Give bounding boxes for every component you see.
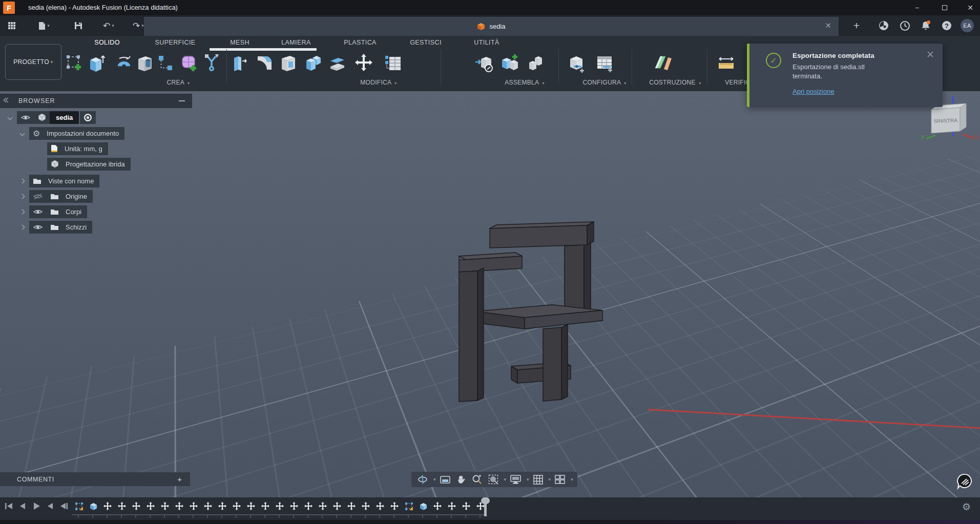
timeline-item-move[interactable]	[244, 500, 258, 512]
timeline-item-move[interactable]	[344, 500, 359, 512]
project-dropdown-button[interactable]: PROGETTO▾	[5, 44, 61, 80]
tree-label-viste[interactable]: Viste con nome	[45, 175, 99, 187]
timeline-item-sketch[interactable]	[402, 500, 416, 512]
pan-button[interactable]	[454, 475, 468, 485]
tree-row-viste[interactable]: Viste con nome	[20, 174, 99, 187]
visibility-toggle[interactable]	[17, 111, 34, 124]
insert-derive-button[interactable]	[474, 52, 494, 74]
group-label-costruzione[interactable]: COSTRUZIONE ▾	[649, 79, 701, 86]
move-copy-button[interactable]	[353, 52, 374, 74]
toast-close-icon[interactable]: ✕	[926, 49, 934, 60]
orbit-caret-icon[interactable]: ▾	[433, 477, 436, 482]
chevron-right-icon[interactable]	[20, 194, 25, 199]
open-location-link[interactable]: Apri posizione	[793, 88, 835, 95]
timeline-item-move[interactable]	[129, 500, 143, 512]
chevron-right-icon[interactable]	[20, 178, 25, 183]
minimize-button[interactable]: −	[906, 0, 928, 15]
timeline-item-move[interactable]	[158, 500, 172, 512]
measure-button[interactable]	[716, 52, 737, 74]
close-button[interactable]: ✕	[959, 0, 980, 15]
timeline-item-move[interactable]	[301, 500, 316, 512]
viewports-button[interactable]	[553, 475, 567, 484]
configuration-table-button[interactable]	[594, 52, 615, 74]
offset-button[interactable]	[327, 52, 348, 74]
tab-close-icon[interactable]: ✕	[825, 21, 831, 30]
timeline-item-move[interactable]	[459, 500, 473, 512]
create-sketch-button[interactable]	[64, 52, 84, 74]
notifications-button[interactable]	[917, 15, 934, 36]
tree-label-corpi[interactable]: Corpi	[62, 205, 87, 218]
tree-row-impostazioni[interactable]: ⚙ Impostazioni documento	[20, 127, 124, 140]
feedback-badge[interactable]	[956, 473, 973, 492]
activate-component-radio[interactable]	[80, 111, 96, 124]
timeline-item-move[interactable]	[445, 500, 459, 512]
timeline-item-move[interactable]	[258, 500, 273, 512]
timeline-item-move[interactable]	[215, 500, 230, 512]
timeline-item-move[interactable]	[373, 500, 387, 512]
shell-button[interactable]	[278, 52, 299, 74]
timeline-item-move[interactable]	[387, 500, 402, 512]
step-back-button[interactable]	[18, 501, 27, 511]
ribbon-tab-plastica[interactable]: PLASTICA	[344, 39, 377, 46]
timeline-item-move[interactable]	[100, 500, 115, 512]
viewports-caret-icon[interactable]: ▾	[571, 477, 573, 482]
tree-row-progettazione[interactable]: Progettazione ibrida	[47, 157, 131, 171]
save-button[interactable]	[71, 22, 86, 30]
tree-label-schizzi[interactable]: Schizzi	[62, 221, 92, 234]
chevron-down-icon[interactable]	[20, 131, 25, 136]
help-button[interactable]: ?	[938, 15, 955, 36]
tree-label-sedia[interactable]: sedia	[50, 111, 79, 124]
group-label-crea[interactable]: CREA ▾	[167, 79, 190, 86]
viewport-3d[interactable]	[0, 91, 980, 497]
group-label-modifica[interactable]: MODIFICA ▾	[360, 79, 397, 86]
new-document-button[interactable]: +	[848, 15, 865, 36]
tree-row-origine[interactable]: Origine	[20, 190, 93, 203]
timeline-item-move[interactable]	[230, 500, 244, 512]
generative-design-button[interactable]	[201, 52, 222, 74]
tree-label-origine[interactable]: Origine	[62, 190, 93, 203]
timeline-playhead-stem[interactable]	[484, 500, 487, 516]
zoom-window-button[interactable]	[486, 474, 501, 485]
joint-button[interactable]	[525, 52, 546, 74]
ribbon-tab-utilita[interactable]: UTILITÀ	[474, 39, 499, 46]
construction-plane-button[interactable]	[653, 52, 674, 74]
zoom-window-caret-icon[interactable]: ▾	[504, 477, 507, 482]
tree-row-sedia[interactable]: sedia	[8, 111, 96, 124]
pattern-button[interactable]	[155, 52, 176, 74]
timeline-item-move[interactable]	[143, 500, 158, 512]
timeline-item-extrude[interactable]	[86, 500, 100, 512]
tree-row-unita[interactable]: Unità: mm, g	[47, 142, 108, 155]
skip-to-end-button[interactable]	[59, 501, 69, 511]
grid-caret-icon[interactable]: ▾	[549, 477, 551, 482]
parameters-button[interactable]	[383, 52, 404, 74]
chair-model[interactable]	[446, 220, 620, 415]
viewcube-side-face[interactable]	[960, 103, 966, 131]
ribbon-tab-solido[interactable]: SOLIDO	[94, 39, 120, 46]
look-at-button[interactable]	[438, 475, 452, 484]
configure-button[interactable]	[566, 52, 587, 74]
document-tab[interactable]: sedia	[144, 17, 839, 36]
timeline-item-move[interactable]	[359, 500, 373, 512]
browser-minimize-icon[interactable]	[179, 100, 185, 101]
hole-button[interactable]	[135, 52, 155, 74]
display-settings-button[interactable]	[508, 475, 523, 484]
group-label-assembla[interactable]: ASSEMBLA ▾	[505, 79, 544, 86]
zoom-button[interactable]	[470, 474, 484, 485]
chevron-right-icon[interactable]	[20, 209, 25, 214]
maximize-button[interactable]	[933, 0, 956, 15]
orbit-button[interactable]	[415, 474, 430, 485]
timeline-settings-gear-icon[interactable]: ⚙	[962, 501, 971, 513]
timeline-item-move[interactable]	[287, 500, 301, 512]
step-forward-button[interactable]	[46, 501, 55, 511]
ribbon-tab-gestisci[interactable]: GESTISCI	[410, 39, 442, 46]
extrude-button[interactable]	[86, 52, 106, 74]
create-form-button[interactable]	[179, 52, 199, 74]
timeline-item-sketch[interactable]	[72, 500, 86, 512]
chevron-right-icon[interactable]	[20, 224, 25, 229]
visibility-toggle[interactable]	[29, 205, 47, 218]
account-button[interactable]: EA	[958, 15, 976, 36]
timeline-item-move[interactable]	[273, 500, 287, 512]
browser-collapse-icon[interactable]	[4, 98, 10, 102]
tree-label-impostazioni[interactable]: Impostazioni documento	[44, 127, 124, 140]
display-caret-icon[interactable]: ▾	[527, 477, 529, 482]
